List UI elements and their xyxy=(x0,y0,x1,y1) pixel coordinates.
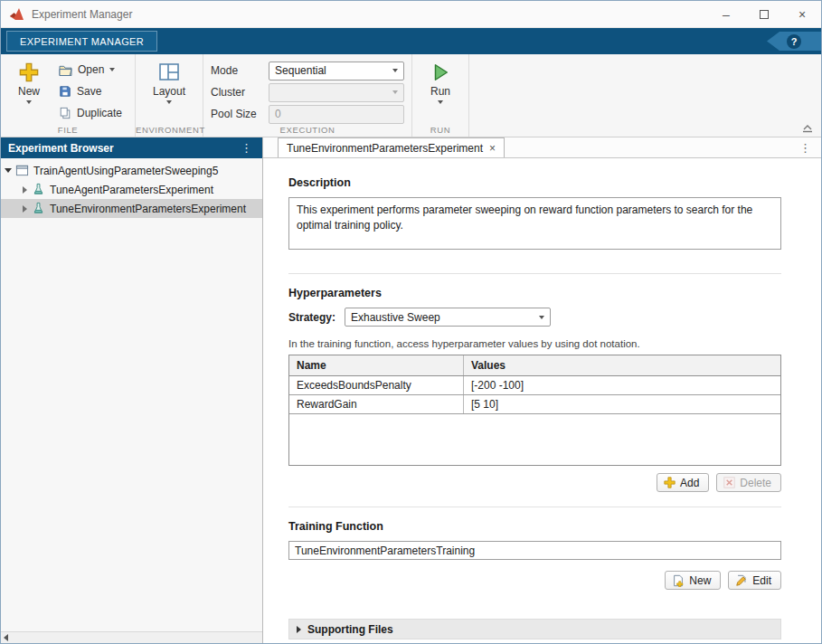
window-title: Experiment Manager xyxy=(32,8,132,21)
experiment-browser-title: Experiment Browser xyxy=(8,142,114,155)
maximize-button[interactable] xyxy=(745,1,783,27)
duplicate-label: Duplicate xyxy=(77,107,122,119)
training-function-buttons: New Edit xyxy=(288,571,781,590)
run-play-icon xyxy=(430,62,450,82)
mode-caret-icon xyxy=(392,69,398,72)
experiment-icon xyxy=(32,183,45,196)
document-content: Description This experiment performs par… xyxy=(263,158,821,643)
run-label: Run xyxy=(430,85,450,98)
cell-values[interactable]: [-200 -100] xyxy=(464,376,780,394)
run-dropdown-caret-icon xyxy=(438,100,443,104)
duplicate-button[interactable]: Duplicate xyxy=(53,103,128,122)
expand-section-icon xyxy=(297,626,301,633)
duplicate-copy-icon xyxy=(59,107,71,119)
close-button[interactable]: × xyxy=(783,1,821,27)
layout-label: Layout xyxy=(153,85,185,98)
section-divider xyxy=(288,507,781,507)
edit-function-label: Edit xyxy=(752,574,771,587)
tab-tune-environment-experiment[interactable]: TuneEnvironmentParametersExperiment × xyxy=(278,137,505,157)
tree-item-label: TuneAgentParametersExperiment xyxy=(50,184,213,196)
cluster-label: Cluster xyxy=(211,86,261,99)
new-file-icon xyxy=(672,574,685,587)
edit-pencil-icon xyxy=(735,574,748,587)
collapse-toolstrip-button[interactable] xyxy=(801,122,814,133)
table-row[interactable]: ExceedsBoundsPenalty [-200 -100] xyxy=(289,376,780,395)
add-button[interactable]: Add xyxy=(657,473,709,492)
open-dropdown-caret-icon xyxy=(109,68,115,71)
cluster-caret-icon xyxy=(392,90,398,94)
mode-label: Mode xyxy=(211,64,261,77)
tree-item-tune-agent[interactable]: TuneAgentParametersExperiment xyxy=(1,180,262,199)
strategy-dropdown[interactable]: Exhaustive Sweep xyxy=(345,308,551,327)
add-label: Add xyxy=(680,477,699,489)
section-execution: Mode Sequential Cluster Pool Size EXECUT… xyxy=(203,54,412,137)
minimize-button[interactable]: – xyxy=(707,1,745,27)
table-row[interactable]: RewardGain [5 10] xyxy=(289,395,780,414)
experiment-browser-panel: Experiment Browser ⋮ TrainAgentUsingPara… xyxy=(1,137,263,643)
collapse-panel-icon[interactable] xyxy=(4,634,8,641)
training-function-heading: Training Function xyxy=(288,520,781,533)
help-chevron: ? xyxy=(767,32,821,51)
collapse-arrow-icon[interactable] xyxy=(17,205,32,213)
section-run: Run RUN xyxy=(412,54,469,137)
open-button[interactable]: Open xyxy=(53,61,128,80)
mode-value: Sequential xyxy=(275,64,326,77)
collapse-arrow-icon[interactable] xyxy=(17,186,32,194)
tree-item-tune-environment[interactable]: TuneEnvironmentParametersExperiment xyxy=(1,199,262,218)
tree-item-label: TrainAgentUsingParameterSweeping5 xyxy=(33,165,218,177)
cell-values[interactable]: [5 10] xyxy=(464,395,780,413)
new-function-button[interactable]: New xyxy=(665,571,721,590)
supporting-files-section[interactable]: Supporting Files xyxy=(288,619,781,639)
layout-dropdown-caret-icon xyxy=(166,100,172,104)
project-icon xyxy=(15,164,29,177)
ribbon-tab-strip: EXPERIMENT MANAGER ? xyxy=(1,28,821,54)
cluster-dropdown xyxy=(269,83,404,102)
new-button[interactable]: New xyxy=(8,59,50,122)
description-heading: Description xyxy=(288,176,781,189)
run-button[interactable]: Run xyxy=(420,59,461,122)
section-environment: Layout ENVIRONMENT xyxy=(136,54,203,137)
browser-menu-button[interactable]: ⋮ xyxy=(238,141,255,155)
expand-arrow-icon[interactable] xyxy=(1,168,15,173)
layout-button[interactable]: Layout xyxy=(143,59,195,122)
table-header-row: Name Values xyxy=(289,355,780,376)
edit-function-button[interactable]: Edit xyxy=(728,571,781,590)
cell-name[interactable]: RewardGain xyxy=(289,395,464,413)
experiment-tree: TrainAgentUsingParameterSweeping5 TuneAg… xyxy=(1,158,262,631)
mode-dropdown[interactable]: Sequential xyxy=(269,62,404,80)
description-textarea[interactable]: This experiment performs parameter sweep… xyxy=(288,197,781,250)
layout-grid-icon xyxy=(158,62,180,82)
document-tab-bar: TuneEnvironmentParametersExperiment × ⋮ xyxy=(263,137,821,158)
tab-close-icon[interactable]: × xyxy=(489,142,496,155)
strategy-row: Strategy: Exhaustive Sweep xyxy=(288,308,781,327)
hyperparameters-table: Name Values ExceedsBoundsPenalty [-200 -… xyxy=(288,355,781,466)
matlab-logo-icon xyxy=(9,7,24,21)
add-plus-icon xyxy=(664,477,676,488)
strategy-label: Strategy: xyxy=(288,311,335,324)
help-button[interactable]: ? xyxy=(787,34,801,49)
cell-name[interactable]: ExceedsBoundsPenalty xyxy=(289,376,464,394)
save-disk-icon xyxy=(59,85,71,98)
file-section-label: FILE xyxy=(1,125,135,135)
open-folder-icon xyxy=(59,64,72,76)
content-area: Experiment Browser ⋮ TrainAgentUsingPara… xyxy=(1,137,821,643)
document-menu-button[interactable]: ⋮ xyxy=(797,141,814,155)
delete-label: Delete xyxy=(740,477,771,489)
new-function-label: New xyxy=(689,574,711,587)
column-header-name: Name xyxy=(289,355,464,375)
save-button[interactable]: Save xyxy=(53,82,128,101)
tree-item-label: TuneEnvironmentParametersExperiment xyxy=(50,203,246,215)
training-function-input[interactable] xyxy=(288,541,781,560)
tree-item-project[interactable]: TrainAgentUsingParameterSweeping5 xyxy=(1,161,262,180)
section-divider xyxy=(288,273,781,274)
window-controls: – × xyxy=(707,1,821,27)
title-bar: Experiment Manager – × xyxy=(1,1,821,28)
new-label: New xyxy=(18,85,40,98)
hyperparameters-heading: Hyperparameters xyxy=(288,287,781,299)
pool-size-label: Pool Size xyxy=(211,108,261,120)
open-label: Open xyxy=(78,63,104,76)
supporting-files-heading: Supporting Files xyxy=(307,623,393,636)
experiment-icon xyxy=(32,202,45,215)
tab-experiment-manager[interactable]: EXPERIMENT MANAGER xyxy=(6,31,157,52)
execution-section-label: EXECUTION xyxy=(203,125,411,135)
